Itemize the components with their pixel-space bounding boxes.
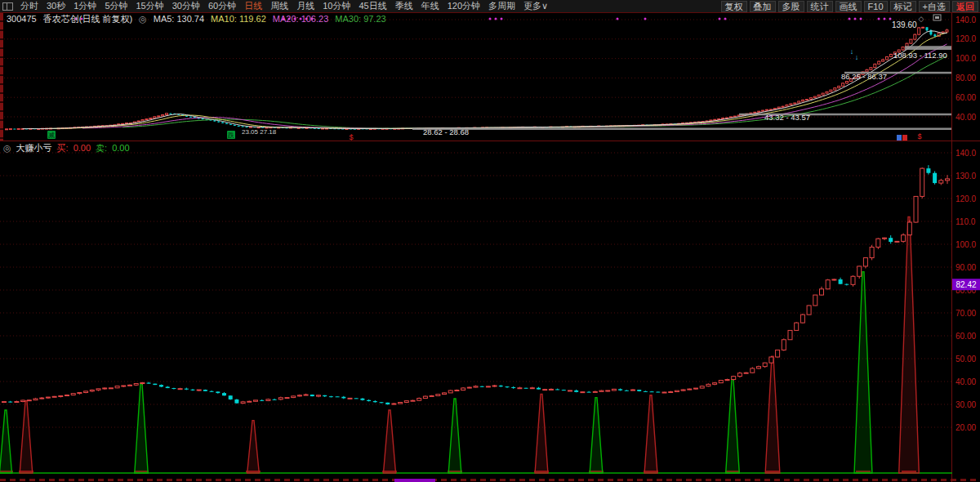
svg-text:减: 减 [48, 132, 55, 139]
button-复权[interactable]: 复权 [721, 1, 747, 12]
sell-value: 0.00 [112, 143, 129, 154]
svg-text:82.42: 82.42 [956, 280, 976, 289]
buy-value: 0.00 [74, 143, 91, 154]
svg-text:43.32 - 43.57: 43.32 - 43.57 [764, 113, 810, 122]
svg-text:110.0: 110.0 [956, 217, 976, 226]
indicator-title: 大赚小亏 [16, 143, 52, 154]
svg-text:↓: ↓ [855, 53, 859, 61]
indicator-panel: 140.0130.0120.0110.0100.090.0080.0070.00… [0, 141, 980, 482]
tab-15分钟[interactable]: 15分钟 [132, 0, 168, 12]
svg-text:100.0: 100.0 [956, 54, 976, 63]
ma10-value: MA10: 119.62 [211, 14, 266, 25]
svg-text:86.25 - 86.37: 86.25 - 86.37 [841, 72, 887, 81]
tab-季线[interactable]: 季线 [391, 0, 417, 12]
svg-text:跌: 跌 [228, 132, 234, 139]
svg-text:50.00: 50.00 [956, 355, 976, 364]
stock-info-bar: 300475 香农芯创(日线 前复权) ◎ MA5: 130.74 MA10: … [7, 14, 393, 25]
button-叠加[interactable]: 叠加 [750, 1, 776, 12]
svg-text:108.93 - 112.90: 108.93 - 112.90 [893, 51, 947, 60]
indicator-header: ◎ 大赚小亏 买: 0.00 卖: 0.00 [3, 143, 135, 154]
tab-1分钟[interactable]: 1分钟 [69, 0, 100, 12]
ma20-value: MA20: 106.23 [273, 14, 329, 25]
ma5-value: MA5: 130.74 [154, 14, 204, 25]
main-chart-panel: 140.0120.0100.080.0060.0040.00108.93 - 1… [0, 13, 980, 141]
svg-text:↓: ↓ [850, 47, 854, 56]
button-多股[interactable]: 多股 [778, 1, 804, 12]
svg-text:140.0: 140.0 [956, 16, 976, 25]
svg-text:28.62 - 28.68: 28.62 - 28.68 [423, 127, 469, 136]
indicator-settings-icon[interactable]: ◎ [3, 143, 11, 154]
button-F10[interactable]: F10 [864, 1, 888, 12]
svg-text:70.00: 70.00 [956, 309, 976, 318]
tab-5分钟[interactable]: 5分钟 [100, 0, 131, 12]
tab-30分钟[interactable]: 30分钟 [168, 0, 204, 12]
tab-45日线[interactable]: 45日线 [355, 0, 391, 12]
tab-分时[interactable]: 分时 [16, 0, 42, 12]
last-value-badge: 82.42 [952, 279, 980, 290]
svg-text:$: $ [917, 132, 921, 141]
left-edge-strip [0, 13, 3, 141]
tab-10分钟[interactable]: 10分钟 [318, 0, 354, 12]
tab-60分钟[interactable]: 60分钟 [204, 0, 240, 12]
tab-更多∨[interactable]: 更多∨ [519, 0, 552, 12]
main-candle-chart[interactable]: 140.0120.0100.080.0060.0040.00108.93 - 1… [0, 13, 980, 141]
compare-circle-icon[interactable]: ◎ [139, 14, 147, 25]
svg-text:130.0: 130.0 [956, 172, 976, 181]
period-toolbar: 分时30秒1分钟5分钟15分钟30分钟60分钟日线周线月线10分钟45日线季线年… [0, 0, 980, 13]
tab-日线[interactable]: 日线 [240, 0, 266, 12]
sell-label: 卖: [96, 143, 107, 154]
tab-120分钟[interactable]: 120分钟 [443, 0, 484, 12]
ma30-value: MA30: 97.23 [335, 14, 385, 25]
tab-30秒[interactable]: 30秒 [42, 0, 69, 12]
stock-code: 300475 [7, 14, 37, 25]
svg-text:120.0: 120.0 [956, 194, 976, 203]
button-+自选[interactable]: +自选 [919, 1, 950, 12]
button-画线[interactable]: 画线 [835, 1, 862, 12]
toolbar-buttons: 复权叠加多股统计画线F10标记+自选返回 [719, 1, 978, 12]
indicator-chart[interactable]: 140.0130.0120.0110.0100.090.0080.0070.00… [0, 141, 980, 482]
tab-月线[interactable]: 月线 [292, 0, 318, 12]
svg-text:20.00: 20.00 [956, 423, 976, 432]
svg-text:120.0: 120.0 [956, 34, 976, 43]
svg-text:60.00: 60.00 [956, 332, 976, 341]
tab-多周期[interactable]: 多周期 [484, 0, 519, 12]
tab-年线[interactable]: 年线 [417, 0, 443, 12]
svg-text:23.05 27.18: 23.05 27.18 [242, 128, 277, 136]
period-tabs: 分时30秒1分钟5分钟15分钟30分钟60分钟日线周线月线10分钟45日线季线年… [16, 0, 552, 12]
svg-text:30.00: 30.00 [956, 400, 976, 409]
button-统计[interactable]: 统计 [807, 1, 833, 12]
svg-text:140.0: 140.0 [956, 149, 976, 158]
button-返回[interactable]: 返回 [952, 1, 978, 12]
stock-name: 香农芯创(日线 前复权) [43, 14, 132, 25]
svg-text:◇: ◇ [919, 15, 924, 23]
svg-text:40.00: 40.00 [956, 113, 976, 122]
svg-text:90.00: 90.00 [956, 263, 976, 272]
trading-app-window: 分时30秒1分钟5分钟15分钟30分钟60分钟日线周线月线10分钟45日线季线年… [0, 0, 980, 482]
svg-text:$: $ [349, 133, 353, 141]
svg-text:60.00: 60.00 [956, 93, 976, 102]
svg-text:40.00: 40.00 [956, 377, 976, 386]
split-window-icon[interactable] [2, 2, 13, 11]
button-标记[interactable]: 标记 [890, 1, 916, 12]
tab-周线[interactable]: 周线 [266, 0, 292, 12]
svg-text:100.0: 100.0 [956, 240, 976, 249]
svg-text:80.00: 80.00 [956, 74, 976, 83]
svg-text:139.60: 139.60 [892, 20, 917, 29]
buy-label: 买: [57, 143, 69, 154]
